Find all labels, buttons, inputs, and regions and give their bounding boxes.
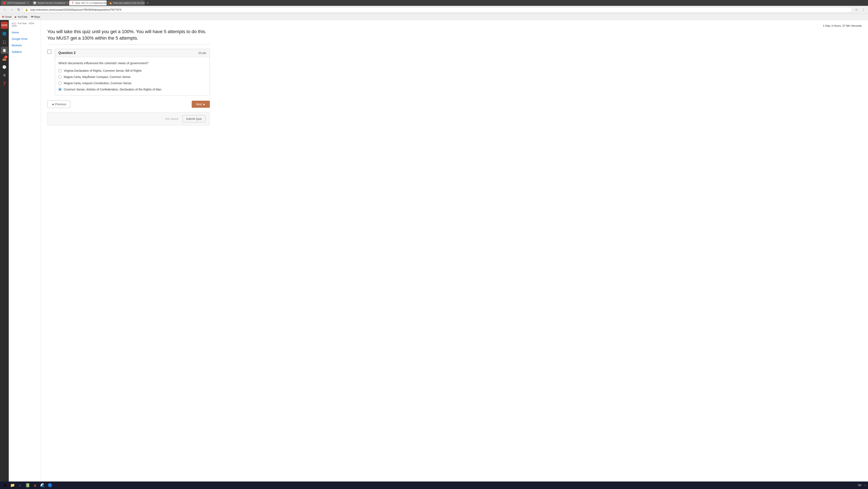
file-explorer-icon: 📁 — [10, 483, 15, 488]
tab-favicon: 🟥 — [3, 2, 6, 4]
tab-label: Heat was added to the iron flow... — [113, 2, 145, 4]
course-label: K12 - Full Year - 2024-2025 — [9, 22, 41, 29]
gmail-icon: M — [2, 16, 4, 18]
answer-label-d[interactable]: Common Sense, Articles of Confederation,… — [64, 88, 161, 91]
timer-area: 1 Day, 4 Hours, 37 Min Seconds — [47, 24, 862, 27]
tab-close[interactable]: ✕ — [27, 1, 29, 4]
tab-favicon: ❓ — [71, 2, 74, 4]
main-content: 1 Day, 4 Hours, 37 Min Seconds You will … — [41, 20, 868, 489]
amazon-icon: a — [34, 483, 36, 488]
submit-area: Not saved Submit Quiz — [47, 112, 210, 125]
maps-icon: 🗺 — [31, 16, 33, 18]
question-area: Question 2 20 pts Which documents influe… — [47, 49, 210, 95]
taskbar-chrome[interactable]: 🔵 — [47, 482, 53, 488]
taskbar-windows[interactable]: ⊞ — [2, 482, 8, 488]
taskbar: ⊞ 📁 e 📗 a 🌊 🔵 ⌨ — — [0, 482, 868, 489]
bookmark-youtube[interactable]: ▶ YouTube — [15, 16, 27, 18]
inbox-badge: 9 — [5, 56, 7, 58]
nav-buttons: ◄ Previous Next ► — [47, 100, 210, 108]
sidebar-item-syllabus[interactable]: Syllabus — [9, 49, 41, 55]
taskbar-ie[interactable]: e — [17, 482, 23, 488]
tab-label: Student Access Gradebook — [37, 2, 65, 4]
sidebar-icon-inbox[interactable]: 📥 9 — [1, 55, 8, 62]
lock-icon: 🔒 — [25, 8, 28, 11]
settings-button[interactable]: ⋮ — [861, 7, 866, 12]
forward-button[interactable]: → — [9, 7, 14, 12]
sidebar-item-google-drive[interactable]: Google Drive — [9, 36, 41, 42]
radio-c[interactable] — [58, 82, 62, 85]
sidebar-icon-globe[interactable]: 🌐 — [1, 30, 8, 37]
taskbar-excel[interactable]: 📗 — [24, 482, 31, 488]
answer-label-c[interactable]: Magna Carta, Iroquois Constitution, Comm… — [64, 82, 131, 85]
browser-tabs: 🟥 OCPS Dashboard ✕ 📊 Student Access Grad… — [0, 0, 868, 6]
bookmark-button[interactable]: ☆ — [854, 7, 859, 12]
excel-icon: 📗 — [25, 483, 30, 488]
bookmark-youtube-label: YouTube — [18, 16, 27, 18]
question-text: Which documents influenced the colonists… — [58, 61, 206, 65]
youtube-icon: ▶ — [15, 16, 17, 18]
tab-favicon: 🔥 — [109, 2, 112, 4]
chrome-icon: 🔵 — [48, 483, 52, 488]
answer-option-a[interactable]: Virginia Declaration of Rights, Common S… — [58, 69, 206, 72]
taskbar-amazon[interactable]: a — [32, 482, 38, 488]
submit-quiz-button[interactable]: Submit Quiz — [183, 115, 206, 122]
answer-option-d[interactable]: Common Sense, Articles of Confederation,… — [58, 88, 206, 91]
radio-b[interactable] — [58, 75, 62, 79]
next-button[interactable]: Next ► — [192, 101, 210, 108]
bookmarks-bar: M Gmail ▶ YouTube 🗺 Maps — [0, 14, 868, 20]
edge-icon: 🌊 — [40, 483, 45, 488]
sidebar-item-modules[interactable]: Modules — [9, 42, 41, 49]
ocps-logo: OCPS — [1, 22, 8, 29]
question-card: Question 2 20 pts Which documents influe… — [55, 49, 210, 95]
bookmark-maps[interactable]: 🗺 Maps — [31, 16, 40, 18]
nav-sidebar: K12 - Full Year - 2024-2025 Home Google … — [9, 20, 41, 489]
answer-label-b[interactable]: Magna Carta, Mayflower Compact, Common S… — [64, 75, 131, 79]
sidebar-icon-clock[interactable]: 🕐 — [1, 63, 8, 70]
answer-label-a[interactable]: Virginia Declaration of Rights, Common S… — [64, 69, 142, 72]
tab-close[interactable]: ✕ — [66, 1, 68, 4]
answer-option-c[interactable]: Magna Carta, Iroquois Constitution, Comm… — [58, 82, 206, 85]
question-header: Question 2 20 pts — [55, 49, 210, 57]
previous-button[interactable]: ◄ Previous — [47, 100, 70, 108]
bookmark-maps-label: Maps — [34, 16, 40, 18]
question-flag[interactable] — [47, 50, 52, 95]
bookmark-gmail[interactable]: M Gmail — [2, 16, 11, 18]
taskbar-minimize-all[interactable]: — — [864, 484, 866, 487]
tab-gradebook[interactable]: 📊 Student Access Gradebook ✕ — [31, 0, 69, 5]
question-points: 20 pts — [198, 51, 206, 55]
tab-label: Quiz: SS.7.C.1.2-Historical Docum... — [75, 2, 107, 4]
radio-a[interactable] — [58, 69, 62, 72]
back-button[interactable]: ← — [2, 7, 7, 12]
browser-toolbar: ← → ↻ 🔒 ocps.instructure.com/courses/222… — [0, 6, 868, 14]
sidebar-icon-book[interactable]: 📋 — [1, 47, 8, 54]
taskbar-keyboard: ⌨ — [858, 484, 863, 487]
answer-options: Virginia Declaration of Rights, Common S… — [58, 69, 206, 91]
tab-favicon: 📊 — [33, 2, 36, 4]
tab-label: OCPS Dashboard — [7, 2, 25, 4]
windows-icon: ⊞ — [4, 483, 7, 488]
ie-icon: e — [19, 483, 21, 488]
sidebar-icon-monitor[interactable]: 🖥 — [1, 72, 8, 79]
not-saved-label: Not saved — [165, 117, 178, 120]
sidebar-icon-headset[interactable]: 🎧 — [1, 38, 8, 45]
answer-option-b[interactable]: Magna Carta, Mayflower Compact, Common S… — [58, 75, 206, 79]
refresh-button[interactable]: ↻ — [16, 7, 21, 12]
sidebar-item-home[interactable]: Home — [9, 29, 41, 36]
timer-label: 1 Day, 4 Hours, 37 Min Seconds — [823, 24, 862, 27]
new-tab-button[interactable]: + — [145, 1, 151, 5]
flag-checkbox[interactable] — [47, 50, 52, 54]
sidebar-icon-help[interactable]: ❓ — [1, 80, 8, 87]
taskbar-edge[interactable]: 🌊 — [39, 482, 46, 488]
bookmark-gmail-label: Gmail — [5, 16, 11, 18]
address-text: ocps.instructure.com/courses/2220434/qui… — [30, 8, 121, 11]
page-layout: OCPS 🌐 🎧 📋 📥 9 🕐 🖥 ❓ →| K12 - Full Year … — [0, 20, 868, 489]
question-title: Question 2 — [58, 51, 75, 55]
question-body: Which documents influenced the colonists… — [55, 57, 210, 95]
tab-ocps-dashboard[interactable]: 🟥 OCPS Dashboard ✕ — [1, 0, 31, 5]
radio-d[interactable] — [58, 88, 62, 91]
taskbar-file-explorer[interactable]: 📁 — [9, 482, 16, 488]
tab-heat[interactable]: 🔥 Heat was added to the iron flow... ✕ — [107, 0, 145, 5]
instructions-text: You will take this quiz until you get a … — [47, 29, 210, 44]
tab-quiz[interactable]: ❓ Quiz: SS.7.C.1.2-Historical Docum... ✕ — [69, 0, 107, 5]
address-bar[interactable]: 🔒 ocps.instructure.com/courses/2220434/q… — [23, 7, 852, 12]
